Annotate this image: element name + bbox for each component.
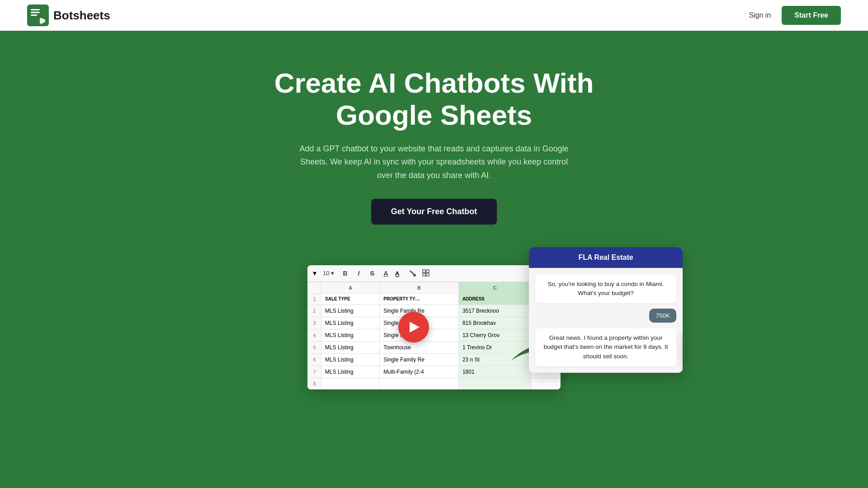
grid-icon[interactable] [422,269,431,278]
svg-rect-8 [426,270,429,272]
spreadsheet-toolbar: ▾ 10 ▾ B I S A A̲ [307,265,561,282]
svg-point-4 [42,19,45,23]
chat-header: FLA Real Estate [529,247,683,268]
font-size-value: 10 [323,270,329,277]
sign-in-link[interactable]: Sign in [749,11,771,19]
bucket-icon[interactable] [408,269,417,278]
demo-area: ▾ 10 ▾ B I S A A̲ [185,247,683,389]
chat-message-user-1: 750K [649,309,676,323]
svg-rect-1 [31,9,40,10]
chat-title: FLA Real Estate [578,253,633,261]
table-row: 2 MLS Listing Single Family Re 3517 Brec… [308,305,561,317]
hero-section: Create AI Chatbots With Google Sheets Ad… [0,31,868,408]
hero-subtitle: Add a GPT chatbot to your website that r… [298,142,570,183]
chat-message-bot-1: So, you're looking to buy a condo in Mia… [535,274,676,304]
bold-icon[interactable]: B [340,269,349,278]
play-icon [410,322,420,333]
svg-rect-3 [31,14,37,16]
get-chatbot-button[interactable]: Get Your Free Chatbot [371,199,497,225]
chat-panel: FLA Real Estate So, you're looking to bu… [529,247,683,373]
navbar: Botsheets Sign in Start Free [0,0,868,31]
col-header-b: B [380,282,459,293]
font-size-arrow: ▾ [331,270,334,277]
start-free-button[interactable]: Start Free [782,6,841,25]
fill-color-icon[interactable]: A̲ [395,269,404,278]
svg-rect-2 [31,12,40,13]
header-row: 1 SALE TYPE PROPERTY TY… ADDRESS CITY [308,293,561,305]
chat-message-bot-2: Great news. I found a property within yo… [535,328,676,366]
header-row-num: 1 [308,293,321,305]
logo-text: Botsheets [53,9,110,23]
col-a-header: SALE TYPE [321,293,380,305]
nav-actions: Sign in Start Free [749,6,841,25]
underline-icon[interactable]: A [381,269,390,278]
col-c-header: ADDRESS [458,293,531,305]
svg-text:A̲: A̲ [395,270,400,277]
play-button[interactable] [398,312,429,343]
logo-icon [27,5,49,26]
svg-point-6 [413,274,416,277]
hero-title-line1: Create AI Chatbots With [274,67,594,99]
hero-title-line2: Google Sheets [336,99,532,131]
col-b-header: PROPERTY TY… [380,293,459,305]
svg-rect-0 [27,5,49,26]
col-header-a: A [321,282,380,293]
svg-rect-7 [423,270,425,272]
strikethrough-icon[interactable]: S [368,269,377,278]
svg-rect-10 [426,273,429,276]
chat-messages: So, you're looking to buy a condo in Mia… [529,268,683,373]
toolbar-icons: B I S A A̲ [340,269,431,278]
logo[interactable]: Botsheets [27,5,110,26]
hero-title: Create AI Chatbots With Google Sheets [231,67,637,131]
toolbar-dropdown-arrow: ▾ [313,269,316,277]
svg-rect-9 [423,273,425,276]
col-header-c: C [458,282,531,293]
font-size-dropdown[interactable]: 10 ▾ [323,270,334,277]
col-header-empty [308,282,321,293]
italic-icon[interactable]: I [354,269,363,278]
